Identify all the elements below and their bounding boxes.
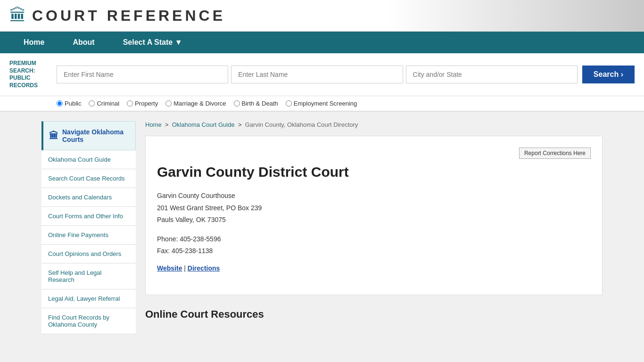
radio-marriage-divorce[interactable]: Marriage & Divorce (165, 100, 226, 107)
sidebar-item-legal-aid[interactable]: Legal Aid, Lawyer Referral (41, 289, 136, 308)
premium-label: PREMIUM SEARCH: PUBLIC RECORDS (9, 60, 52, 89)
courthouse-icon: 🏛 (49, 131, 58, 141)
search-inputs (57, 66, 578, 83)
first-name-input[interactable] (57, 66, 228, 83)
report-corrections-button[interactable]: Report Corrections Here (519, 148, 591, 159)
radio-criminal[interactable]: Criminal (89, 100, 119, 107)
breadcrumb-home[interactable]: Home (145, 121, 162, 128)
sidebar-item-find-records[interactable]: Find Court Records by Oklahoma County (41, 308, 136, 334)
court-phone: Phone: 405-238-5596 (157, 233, 591, 245)
sidebar-item-dockets-calendars[interactable]: Dockets and Calendars (41, 188, 136, 207)
radio-property[interactable]: Property (127, 100, 158, 107)
court-name: Garvin County District Court (157, 164, 591, 181)
sidebar-item-court-opinions[interactable]: Court Opinions and Orders (41, 245, 136, 263)
website-link[interactable]: Website (157, 264, 182, 272)
content-wrapper: Home > Oklahoma Court Guide > Garvin Cou… (145, 121, 603, 334)
court-links: Website | Directions (157, 264, 591, 272)
breadcrumb: Home > Oklahoma Court Guide > Garvin Cou… (145, 121, 603, 136)
sidebar-item-ok-court-guide[interactable]: Oklahoma Court Guide (41, 150, 136, 169)
logo-text: COURT REFERENCE (32, 7, 225, 25)
search-bar: PREMIUM SEARCH: PUBLIC RECORDS Search › (0, 53, 644, 96)
main-content: 🏛 Navigate Oklahoma Courts Oklahoma Cour… (32, 112, 612, 344)
sidebar-header[interactable]: 🏛 Navigate Oklahoma Courts (41, 121, 136, 150)
address-line3: Pauls Valley, OK 73075 (157, 214, 591, 226)
online-resources-section: Online Court Resources (145, 295, 603, 321)
court-address: Garvin County Courthouse 201 West Grant … (157, 190, 591, 226)
sidebar-item-court-forms[interactable]: Court Forms and Other Info (41, 207, 136, 226)
site-header: 🏛 COURT REFERENCE (0, 0, 644, 32)
radio-birth-death[interactable]: Birth & Death (234, 100, 278, 107)
court-info-box: Report Corrections Here Garvin County Di… (145, 136, 603, 295)
directions-link[interactable]: Directions (188, 264, 220, 272)
radio-employment-screening[interactable]: Employment Screening (286, 100, 357, 107)
nav-home[interactable]: Home (9, 32, 58, 53)
sidebar-item-self-help[interactable]: Self Help and Legal Research (41, 263, 136, 289)
breadcrumb-ok-court-guide[interactable]: Oklahoma Court Guide (172, 121, 235, 128)
logo-icon: 🏛 (9, 6, 26, 25)
address-line2: 201 West Grant Street, PO Box 239 (157, 202, 591, 214)
court-fax: Fax: 405-238-1138 (157, 245, 591, 257)
court-phone-block: Phone: 405-238-5596 Fax: 405-238-1138 (157, 233, 591, 257)
sidebar-item-online-fine-payments[interactable]: Online Fine Payments (41, 226, 136, 245)
breadcrumb-current: Garvin County, Oklahoma Court Directory (245, 121, 358, 128)
main-nav: Home About Select A State ▼ (0, 32, 644, 53)
sidebar: 🏛 Navigate Oklahoma Courts Oklahoma Cour… (41, 121, 136, 334)
sidebar-item-search-case-records[interactable]: Search Court Case Records (41, 169, 136, 188)
search-button[interactable]: Search › (582, 66, 635, 83)
search-radio-group: Public Criminal Property Marriage & Divo… (0, 96, 644, 112)
nav-about[interactable]: About (58, 32, 108, 53)
online-resources-title: Online Court Resources (145, 308, 591, 321)
city-state-input[interactable] (406, 66, 578, 83)
link-separator: | (184, 264, 188, 272)
sidebar-header-label: Navigate Oklahoma Courts (62, 128, 130, 143)
radio-public[interactable]: Public (57, 100, 81, 107)
address-line1: Garvin County Courthouse (157, 190, 591, 202)
last-name-input[interactable] (231, 66, 403, 83)
nav-select-state[interactable]: Select A State ▼ (109, 32, 197, 53)
